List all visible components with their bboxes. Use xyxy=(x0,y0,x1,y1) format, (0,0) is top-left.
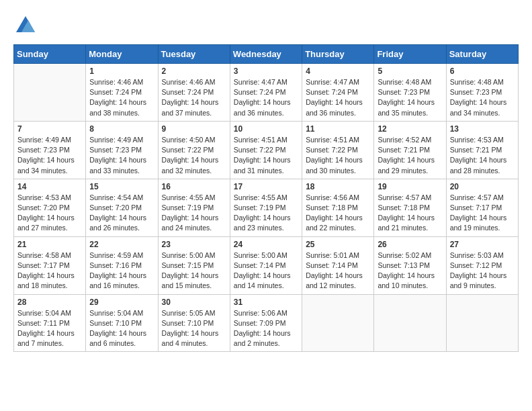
cell-info: Sunrise: 4:57 AMSunset: 7:18 PMDaylight:… xyxy=(378,193,442,234)
day-number: 31 xyxy=(234,298,298,307)
calendar-cell: 14Sunrise: 4:53 AMSunset: 7:20 PMDayligh… xyxy=(14,179,86,236)
page-header xyxy=(13,13,519,38)
day-number: 2 xyxy=(162,66,226,76)
calendar-cell: 25Sunrise: 5:01 AMSunset: 7:14 PMDayligh… xyxy=(302,236,374,294)
day-number: 1 xyxy=(89,66,154,76)
day-number: 29 xyxy=(89,298,154,307)
day-number: 17 xyxy=(234,182,298,191)
calendar-cell: 13Sunrise: 4:53 AMSunset: 7:21 PMDayligh… xyxy=(446,121,518,179)
calendar-cell: 17Sunrise: 4:55 AMSunset: 7:19 PMDayligh… xyxy=(230,179,302,236)
calendar-cell: 31Sunrise: 5:06 AMSunset: 7:09 PMDayligh… xyxy=(230,294,302,352)
calendar-body: 1Sunrise: 4:46 AMSunset: 7:24 PMDaylight… xyxy=(14,64,519,352)
calendar-cell: 15Sunrise: 4:54 AMSunset: 7:20 PMDayligh… xyxy=(86,179,158,236)
cell-info: Sunrise: 4:55 AMSunset: 7:19 PMDaylight:… xyxy=(162,193,226,234)
logo xyxy=(13,13,40,38)
calendar-cell: 9Sunrise: 4:50 AMSunset: 7:22 PMDaylight… xyxy=(158,121,230,179)
week-row-3: 14Sunrise: 4:53 AMSunset: 7:20 PMDayligh… xyxy=(14,179,519,236)
day-number: 11 xyxy=(306,124,370,134)
day-number: 4 xyxy=(306,66,370,76)
week-row-4: 21Sunrise: 4:58 AMSunset: 7:17 PMDayligh… xyxy=(14,236,519,294)
cell-info: Sunrise: 5:03 AMSunset: 7:12 PMDaylight:… xyxy=(450,250,515,291)
day-number: 22 xyxy=(89,240,154,249)
calendar-cell: 29Sunrise: 5:04 AMSunset: 7:10 PMDayligh… xyxy=(86,294,158,352)
calendar-cell: 21Sunrise: 4:58 AMSunset: 7:17 PMDayligh… xyxy=(14,236,86,294)
day-number: 21 xyxy=(17,240,82,249)
day-number: 6 xyxy=(450,66,515,76)
day-number: 12 xyxy=(378,124,442,134)
calendar-cell: 7Sunrise: 4:49 AMSunset: 7:23 PMDaylight… xyxy=(14,121,86,179)
calendar-cell: 28Sunrise: 5:04 AMSunset: 7:11 PMDayligh… xyxy=(14,294,86,352)
calendar-cell xyxy=(302,294,374,352)
cell-info: Sunrise: 4:49 AMSunset: 7:23 PMDaylight:… xyxy=(89,135,154,176)
day-number: 5 xyxy=(378,66,442,76)
calendar-header: SundayMondayTuesdayWednesdayThursdayFrid… xyxy=(14,45,519,64)
header-day-friday: Friday xyxy=(374,45,446,64)
cell-info: Sunrise: 4:51 AMSunset: 7:22 PMDaylight:… xyxy=(306,135,370,176)
day-number: 26 xyxy=(378,240,442,249)
calendar-cell: 22Sunrise: 4:59 AMSunset: 7:16 PMDayligh… xyxy=(86,236,158,294)
cell-info: Sunrise: 4:46 AMSunset: 7:24 PMDaylight:… xyxy=(162,77,226,118)
cell-info: Sunrise: 5:04 AMSunset: 7:11 PMDaylight:… xyxy=(17,308,82,349)
calendar-cell: 24Sunrise: 5:00 AMSunset: 7:14 PMDayligh… xyxy=(230,236,302,294)
day-number: 14 xyxy=(17,182,82,191)
cell-info: Sunrise: 5:05 AMSunset: 7:10 PMDaylight:… xyxy=(162,308,226,349)
cell-info: Sunrise: 5:00 AMSunset: 7:14 PMDaylight:… xyxy=(234,250,298,291)
calendar-cell xyxy=(14,64,86,122)
calendar-cell: 8Sunrise: 4:49 AMSunset: 7:23 PMDaylight… xyxy=(86,121,158,179)
calendar-cell: 11Sunrise: 4:51 AMSunset: 7:22 PMDayligh… xyxy=(302,121,374,179)
calendar: SundayMondayTuesdayWednesdayThursdayFrid… xyxy=(13,44,519,352)
logo-icon xyxy=(13,13,38,38)
cell-info: Sunrise: 4:57 AMSunset: 7:17 PMDaylight:… xyxy=(450,193,515,234)
cell-info: Sunrise: 5:01 AMSunset: 7:14 PMDaylight:… xyxy=(306,250,370,291)
cell-info: Sunrise: 4:47 AMSunset: 7:24 PMDaylight:… xyxy=(234,77,298,118)
calendar-cell: 27Sunrise: 5:03 AMSunset: 7:12 PMDayligh… xyxy=(446,236,518,294)
calendar-cell: 4Sunrise: 4:47 AMSunset: 7:24 PMDaylight… xyxy=(302,64,374,122)
cell-info: Sunrise: 5:00 AMSunset: 7:15 PMDaylight:… xyxy=(162,250,226,291)
cell-info: Sunrise: 4:53 AMSunset: 7:21 PMDaylight:… xyxy=(450,135,515,176)
week-row-5: 28Sunrise: 5:04 AMSunset: 7:11 PMDayligh… xyxy=(14,294,519,352)
cell-info: Sunrise: 4:47 AMSunset: 7:24 PMDaylight:… xyxy=(306,77,370,118)
calendar-cell: 16Sunrise: 4:55 AMSunset: 7:19 PMDayligh… xyxy=(158,179,230,236)
cell-info: Sunrise: 5:06 AMSunset: 7:09 PMDaylight:… xyxy=(234,308,298,349)
day-number: 9 xyxy=(162,124,226,134)
day-number: 27 xyxy=(450,240,515,249)
cell-info: Sunrise: 4:55 AMSunset: 7:19 PMDaylight:… xyxy=(234,193,298,234)
cell-info: Sunrise: 5:04 AMSunset: 7:10 PMDaylight:… xyxy=(89,308,154,349)
calendar-cell xyxy=(446,294,518,352)
day-number: 10 xyxy=(234,124,298,134)
cell-info: Sunrise: 4:54 AMSunset: 7:20 PMDaylight:… xyxy=(89,193,154,234)
day-number: 19 xyxy=(378,182,442,191)
day-number: 15 xyxy=(89,182,154,191)
cell-info: Sunrise: 4:50 AMSunset: 7:22 PMDaylight:… xyxy=(162,135,226,176)
calendar-cell: 2Sunrise: 4:46 AMSunset: 7:24 PMDaylight… xyxy=(158,64,230,122)
day-number: 3 xyxy=(234,66,298,76)
header-day-tuesday: Tuesday xyxy=(158,45,230,64)
calendar-cell: 19Sunrise: 4:57 AMSunset: 7:18 PMDayligh… xyxy=(374,179,446,236)
cell-info: Sunrise: 4:48 AMSunset: 7:23 PMDaylight:… xyxy=(450,77,515,118)
cell-info: Sunrise: 4:52 AMSunset: 7:21 PMDaylight:… xyxy=(378,135,442,176)
day-number: 13 xyxy=(450,124,515,134)
day-number: 20 xyxy=(450,182,515,191)
week-row-2: 7Sunrise: 4:49 AMSunset: 7:23 PMDaylight… xyxy=(14,121,519,179)
header-day-monday: Monday xyxy=(86,45,158,64)
week-row-1: 1Sunrise: 4:46 AMSunset: 7:24 PMDaylight… xyxy=(14,64,519,122)
calendar-cell: 1Sunrise: 4:46 AMSunset: 7:24 PMDaylight… xyxy=(86,64,158,122)
day-number: 7 xyxy=(17,124,82,134)
calendar-cell: 3Sunrise: 4:47 AMSunset: 7:24 PMDaylight… xyxy=(230,64,302,122)
cell-info: Sunrise: 4:48 AMSunset: 7:23 PMDaylight:… xyxy=(378,77,442,118)
cell-info: Sunrise: 4:53 AMSunset: 7:20 PMDaylight:… xyxy=(17,193,82,234)
cell-info: Sunrise: 4:58 AMSunset: 7:17 PMDaylight:… xyxy=(17,250,82,291)
day-number: 25 xyxy=(306,240,370,249)
day-number: 8 xyxy=(89,124,154,134)
calendar-cell: 18Sunrise: 4:56 AMSunset: 7:18 PMDayligh… xyxy=(302,179,374,236)
header-row: SundayMondayTuesdayWednesdayThursdayFrid… xyxy=(14,45,519,64)
cell-info: Sunrise: 4:59 AMSunset: 7:16 PMDaylight:… xyxy=(89,250,154,291)
calendar-cell: 6Sunrise: 4:48 AMSunset: 7:23 PMDaylight… xyxy=(446,64,518,122)
day-number: 23 xyxy=(162,240,226,249)
header-day-sunday: Sunday xyxy=(14,45,86,64)
calendar-cell: 5Sunrise: 4:48 AMSunset: 7:23 PMDaylight… xyxy=(374,64,446,122)
cell-info: Sunrise: 4:51 AMSunset: 7:22 PMDaylight:… xyxy=(234,135,298,176)
day-number: 16 xyxy=(162,182,226,191)
calendar-cell: 23Sunrise: 5:00 AMSunset: 7:15 PMDayligh… xyxy=(158,236,230,294)
cell-info: Sunrise: 5:02 AMSunset: 7:13 PMDaylight:… xyxy=(378,250,442,291)
